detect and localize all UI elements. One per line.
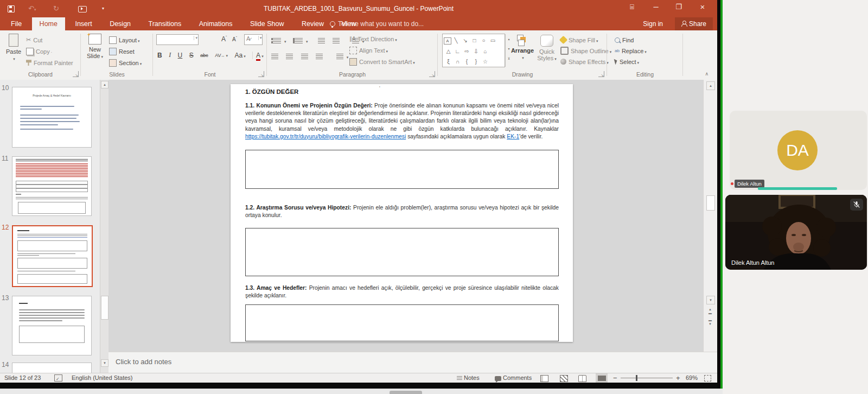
mic-muted-icon[interactable]: [850, 199, 863, 211]
participant-tile-1[interactable]: DA Dilek Altun: [730, 111, 867, 190]
shrink-font-button[interactable]: Aˇ: [232, 36, 237, 42]
shapes-gallery[interactable]: A╲↘□○▭ △∟⇨⇩⌂ ξ∩{}☆ ▴▾⊻: [442, 34, 505, 67]
shape-triangle-icon[interactable]: △: [444, 47, 453, 56]
scroll-thumb[interactable]: [706, 195, 715, 211]
tab-file[interactable]: File: [3, 17, 29, 30]
thumb-scroll-thumb[interactable]: [101, 296, 108, 320]
tab-transitions[interactable]: Transitions: [141, 17, 189, 30]
tab-insert[interactable]: Insert: [67, 17, 99, 30]
convert-smartart-button[interactable]: Convert to SmartArt▾: [349, 56, 415, 66]
align-right-icon[interactable]: [301, 54, 308, 59]
ribbon-display-options-icon[interactable]: ⌸: [623, 0, 641, 14]
tab-review[interactable]: Review: [294, 17, 331, 30]
thumbnail-slide-13[interactable]: [12, 296, 92, 355]
reading-view-button[interactable]: [578, 373, 586, 383]
comments-toggle[interactable]: Comments: [495, 373, 532, 383]
slide-indicator[interactable]: Slide 12 of 23: [4, 373, 41, 383]
italic-button[interactable]: I: [169, 51, 171, 59]
font-dialog-launcher[interactable]: [258, 71, 264, 77]
find-button[interactable]: Find: [615, 35, 634, 45]
fit-slide-to-window-button[interactable]: [704, 373, 711, 383]
scroll-down-icon[interactable]: ▼: [706, 296, 715, 304]
cut-button[interactable]: ✂Cut: [26, 35, 42, 45]
align-text-button[interactable]: Align Text▾: [349, 45, 388, 55]
tab-animations[interactable]: Animations: [192, 17, 240, 30]
drawing-dialog-launcher[interactable]: [598, 71, 604, 77]
shape-line-icon[interactable]: ╲: [451, 36, 461, 45]
layout-button[interactable]: Layout▾: [109, 35, 140, 45]
participant-tile-2[interactable]: Dilek Altun Altun: [725, 195, 867, 270]
slide-sorter-view-button[interactable]: [560, 373, 568, 383]
shadow-button[interactable]: abc: [200, 53, 208, 58]
thumbnail-slide-10[interactable]: Projede Amaç & Hedef Kavramı: [12, 87, 92, 148]
character-spacing-button[interactable]: AV↔▾: [215, 53, 228, 58]
scroll-up-icon[interactable]: ▲: [706, 81, 715, 90]
increase-indent-icon[interactable]: [333, 38, 340, 43]
next-slide-button[interactable]: ▬▼: [706, 319, 714, 326]
thumb-scroll-down-icon[interactable]: ▼: [101, 359, 108, 367]
bold-button[interactable]: B: [157, 52, 162, 59]
thumbnail-slide-12-selected[interactable]: [12, 225, 93, 287]
format-painter-button[interactable]: Format Painter: [26, 58, 73, 67]
shape-textbox-icon[interactable]: A: [444, 37, 451, 45]
answer-box-1-1[interactable]: [245, 150, 559, 189]
language-indicator[interactable]: English (United States): [72, 373, 133, 383]
shape-oval-icon[interactable]: ○: [479, 36, 488, 45]
thumbnail-slide-11[interactable]: [12, 156, 92, 216]
shape-rounded-rect-icon[interactable]: ▭: [488, 36, 497, 45]
numbering-icon[interactable]: [293, 38, 303, 43]
paragraph-dialog-launcher[interactable]: [429, 71, 435, 77]
shape-pentagon-icon[interactable]: ⌂: [481, 47, 490, 56]
arrange-button[interactable]: Arrange▾: [510, 35, 534, 60]
shape-scribble-icon[interactable]: ξ: [444, 58, 453, 66]
restore-button[interactable]: ❐: [669, 0, 688, 14]
shape-outline-button[interactable]: Shape Outline▾: [560, 46, 611, 55]
notes-pane[interactable]: Click to add notes: [108, 352, 717, 373]
share-button[interactable]: Share: [675, 17, 713, 30]
sign-in-link[interactable]: Sign in: [643, 17, 663, 30]
change-case-button[interactable]: Aa▾: [234, 52, 245, 59]
new-slide-button[interactable]: ✦ NewSlide▾: [84, 34, 106, 59]
proofing-icon[interactable]: ✓: [54, 373, 62, 383]
section-1-3-paragraph[interactable]: 1.3. Amaç ve Hedefler: Projenin amacı ve…: [245, 284, 559, 304]
shape-fill-button[interactable]: Shape Fill▾: [560, 35, 598, 45]
thumbnail-slide-14[interactable]: [12, 363, 92, 373]
answer-box-1-2[interactable]: [245, 228, 559, 276]
slideshow-view-button[interactable]: [596, 373, 608, 383]
strikethrough-button[interactable]: S: [189, 52, 194, 59]
zoom-slider-thumb[interactable]: [636, 375, 637, 381]
tab-home[interactable]: Home: [32, 17, 65, 30]
minimize-button[interactable]: ─: [647, 0, 665, 14]
shape-arrow-icon[interactable]: ↘: [461, 36, 470, 45]
section-button[interactable]: Section▾: [109, 58, 142, 67]
text-direction-button[interactable]: ∥AText Direction▾: [349, 34, 397, 43]
answer-box-1-3[interactable]: [245, 304, 559, 341]
slide-area-scrollbar[interactable]: ▲ ▼ ▲▬ ▬▼: [703, 80, 718, 352]
shape-effects-button[interactable]: Shape Effects▾: [560, 56, 609, 66]
bullets-icon[interactable]: [271, 38, 281, 43]
align-center-icon[interactable]: [286, 54, 293, 59]
font-color-button[interactable]: A▾: [252, 52, 264, 59]
columns-icon[interactable]: [336, 54, 343, 59]
close-button[interactable]: ×: [693, 0, 712, 14]
section-1-1-paragraph[interactable]: 1.1. Konunun Önemi ve Projenin Özgün Değ…: [245, 102, 559, 149]
slide-canvas[interactable]: 1. ÖZGÜN DEĞER ' 1.1. Konunun Önemi ve P…: [231, 84, 573, 342]
reset-button[interactable]: Reset: [109, 46, 135, 56]
shape-right-brace-icon[interactable]: }: [471, 58, 481, 66]
shape-rectangle-icon[interactable]: □: [470, 36, 479, 45]
select-button[interactable]: Select▾: [615, 56, 639, 66]
zoom-out-button[interactable]: −: [613, 373, 617, 383]
paste-button[interactable]: Paste▾: [4, 34, 23, 61]
shape-elbow-icon[interactable]: ∟: [453, 47, 462, 56]
thumb-scroll-up-icon[interactable]: ▲: [101, 81, 108, 88]
zoom-level[interactable]: 69%: [686, 373, 698, 383]
tab-design[interactable]: Design: [102, 17, 138, 30]
ek1-link[interactable]: EK-1: [507, 134, 519, 139]
copy-button[interactable]: Copy·: [26, 46, 52, 56]
decrease-indent-icon[interactable]: [318, 38, 325, 43]
shape-arc-icon[interactable]: ∩: [453, 58, 462, 66]
thumbnail-scrollbar[interactable]: ▲ ▼: [100, 80, 108, 373]
previous-slide-button[interactable]: ▲▬: [706, 308, 714, 315]
tell-me-box[interactable]: Tell me what you want to do...: [330, 17, 424, 30]
collapse-ribbon-icon[interactable]: ∧: [705, 71, 709, 77]
